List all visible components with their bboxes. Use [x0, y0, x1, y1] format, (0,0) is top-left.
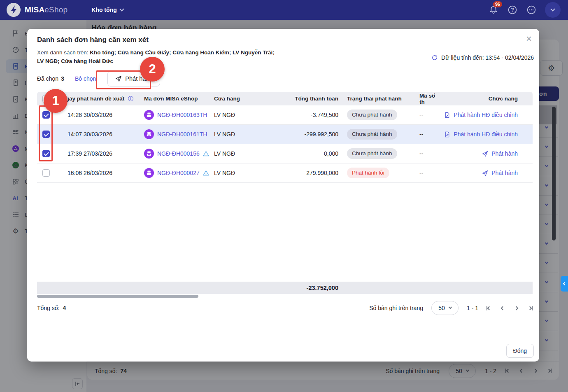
paper-plane-icon — [482, 170, 488, 176]
more-button[interactable] — [526, 5, 537, 15]
order-pos-icon — [144, 129, 154, 139]
scope-prefix: Xem danh sách trên: — [37, 49, 90, 56]
summary-total: -23.752,000 — [307, 285, 338, 291]
row-tax-code: -- — [414, 170, 440, 176]
table-row[interactable]: 17:39 27/03/2026 NGĐ-ĐH000156 LV NGĐ 0,0… — [37, 144, 533, 163]
annotation-step-2: 2 — [140, 57, 165, 82]
prev-page-button[interactable] — [501, 307, 504, 310]
row-date: 14:28 30/03/2026 — [55, 112, 144, 118]
brand-logo[interactable]: MISAeShop — [0, 3, 68, 17]
chevron-down-icon — [449, 306, 452, 309]
modal-pagination-bar: Tổng số: 4 Số bản ghi trên trang 50 1 - … — [37, 300, 533, 316]
pager — [487, 306, 533, 310]
row-action-link[interactable]: Phát hành — [491, 170, 518, 176]
row-checkbox[interactable] — [42, 169, 50, 177]
data-as-of-text: Dữ liệu tính đến: 13:54 - 02/04/2026 — [441, 54, 534, 61]
account-menu-button[interactable] — [545, 2, 561, 18]
svg-text:?: ? — [511, 7, 514, 13]
close-icon[interactable]: × — [526, 34, 532, 44]
header-total: Tổng thanh toán — [286, 96, 342, 102]
notification-badge: 96 — [493, 1, 502, 7]
per-page-label: Số bản ghi trên trang — [369, 305, 423, 311]
row-store: LV NGĐ — [214, 170, 286, 176]
brand-text: MISAeShop — [25, 5, 68, 14]
order-code-link[interactable]: NGĐ-ĐH000161TH — [157, 131, 207, 138]
page-range: 1 - 1 — [467, 305, 478, 311]
order-pos-icon — [144, 149, 154, 159]
order-code-link[interactable]: NGĐ-ĐH000027 — [157, 170, 200, 176]
question-icon: ? — [507, 5, 517, 15]
annotation-rect-checkboxes — [39, 105, 53, 161]
row-total: -299.992,500 — [286, 131, 342, 138]
selected-label: Đã chọn — [37, 75, 58, 82]
data-as-of: Dữ liệu tính đến: 13:54 - 02/04/2026 — [431, 54, 534, 61]
row-tax-code: -- — [414, 150, 440, 157]
row-store: LV NGĐ — [214, 131, 286, 138]
modal-title: Danh sách đơn hàng cần xem xét — [37, 36, 149, 44]
paper-plane-icon — [482, 151, 488, 157]
row-date: 17:39 27/03/2026 — [55, 150, 144, 157]
side-panel-toggle[interactable] — [561, 276, 568, 292]
close-modal-button[interactable]: Đóng — [506, 344, 534, 358]
annotation-step-1: 1 — [44, 89, 68, 113]
row-date: 14:07 30/03/2026 — [55, 131, 144, 138]
row-action-link[interactable]: Phát hành HĐ điều chỉnh — [454, 112, 518, 118]
row-action-link[interactable]: Phát hành HĐ điều chỉnh — [454, 131, 518, 138]
orders-table: Ngày phát hành đề xuất Mã đơn MISA eShop… — [37, 92, 533, 183]
per-page-value: 50 — [438, 305, 445, 311]
header-status: Trạng thái phát hành — [342, 96, 414, 102]
chevron-down-icon — [550, 7, 555, 11]
table-row-highlighted[interactable]: 14:07 30/03/2026 NGĐ-ĐH000161TH LV NGĐ -… — [37, 125, 533, 144]
app-header: MISAeShop Kho tổng 96 ? — [0, 0, 568, 20]
row-action-link[interactable]: Phát hành — [491, 150, 518, 157]
total-label: Tổng số: — [37, 305, 59, 311]
branch-selector[interactable]: Kho tổng — [91, 7, 123, 13]
header-store: Cửa hàng — [214, 96, 286, 102]
help-button[interactable]: ? — [507, 5, 518, 15]
row-total: 0,000 — [286, 150, 342, 157]
ellipsis-icon — [526, 5, 536, 15]
refresh-icon[interactable] — [431, 54, 438, 61]
selected-count: 3 — [61, 75, 64, 82]
table-row[interactable]: 16:06 26/03/2026 NGĐ-ĐH000027 LV NGĐ 279… — [37, 163, 533, 183]
header-code: Mã đơn MISA eShop — [144, 96, 214, 102]
total-value: 4 — [63, 305, 66, 311]
status-badge: Chưa phát hành — [347, 148, 397, 159]
horizontal-scrollbar[interactable] — [37, 295, 198, 298]
row-total: -3.749,500 — [286, 112, 342, 118]
document-edit-icon — [444, 131, 450, 138]
last-page-button[interactable] — [528, 306, 533, 310]
info-icon[interactable] — [128, 96, 134, 102]
brand-eshop: eShop — [44, 5, 68, 14]
chevron-left-icon — [563, 282, 566, 285]
table-row[interactable]: 14:28 30/03/2026 NGĐ-ĐH000163TH LV NGĐ -… — [37, 105, 533, 125]
header-tax: Mã số th — [414, 93, 440, 105]
deselect-link[interactable]: Bỏ chọn — [75, 75, 96, 82]
misa-logo-icon — [7, 3, 21, 17]
order-pos-icon — [144, 168, 154, 178]
document-edit-icon — [444, 112, 450, 118]
first-page-button[interactable] — [487, 306, 491, 310]
summary-row: -23.752,000 — [37, 282, 533, 294]
order-code-link[interactable]: NGĐ-ĐH000156 — [157, 150, 200, 157]
status-badge-error: Phát hành lỗi — [347, 168, 389, 178]
scope-line2: LV NGĐ; Cửa hàng Hoài Đức — [37, 58, 113, 64]
next-page-button[interactable] — [515, 307, 518, 310]
per-page-select[interactable]: 50 — [431, 301, 459, 315]
header-actions: Chức năng — [440, 96, 533, 102]
order-code-link[interactable]: NGĐ-ĐH000163TH — [157, 112, 207, 118]
row-total: 279.990,000 — [286, 170, 342, 176]
status-badge: Chưa phát hành — [347, 110, 397, 120]
branch-name: Kho tổng — [91, 7, 116, 13]
row-tax-code: -- — [414, 131, 440, 138]
header-date: Ngày phát hành đề xuất — [62, 96, 124, 102]
chevron-down-icon — [119, 7, 124, 11]
status-badge: Chưa phát hành — [347, 129, 397, 140]
warning-icon — [203, 170, 209, 176]
notifications-button[interactable]: 96 — [488, 5, 499, 15]
brand-misa: MISA — [25, 5, 44, 14]
scope-line1: Kho tổng; Cửa hàng Cầu Giấy; Cửa hàng Ho… — [90, 49, 274, 56]
row-store: LV NGĐ — [214, 150, 286, 157]
order-pos-icon — [144, 110, 154, 120]
warning-icon — [203, 151, 209, 156]
